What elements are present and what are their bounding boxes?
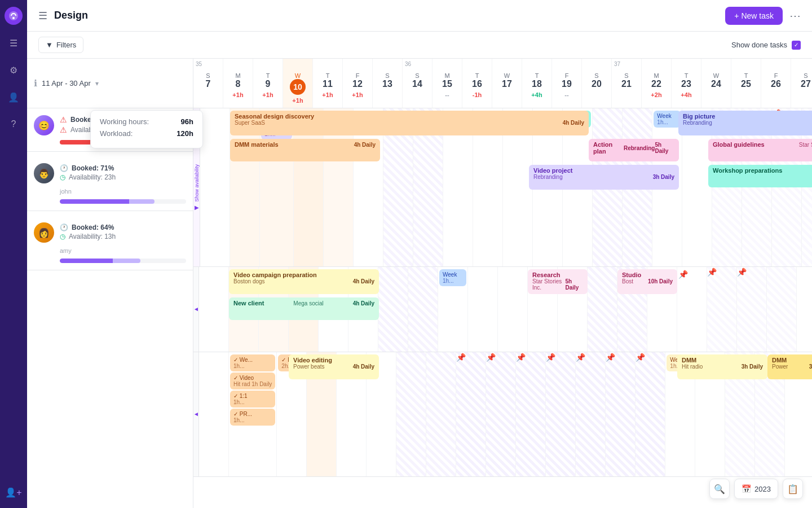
progress-john [60,199,186,204]
day-col-w10: W 10 +1h [283,59,313,108]
day-col-f26: F 26 [761,59,791,108]
filter-button[interactable]: ▼ Filters [38,37,83,53]
amy-dmm-hit[interactable]: DMM Hit radio 3h Daily [677,354,767,379]
nav-sidebar: ☰ ⚙ 👤 ? 👤+ [0,0,27,508]
week-num-37: 37 [614,61,620,67]
john-video-campaign[interactable]: Video campaign preparation Boston dogs 4… [229,269,379,294]
zoom-icon-btn[interactable]: 🔍 [709,479,730,499]
availability-amy: Availability: 13h [69,233,116,240]
show-done-checkbox[interactable]: ✓ [792,41,801,50]
progress-amy [60,259,186,263]
amy-cell-t16: 📌 [486,352,516,476]
show-done-tasks[interactable]: Show done tasks ✓ [731,41,801,50]
show-done-label: Show done tasks [731,41,787,49]
john-week-m15[interactable]: Week 1h... [439,269,466,286]
header-menu-icon[interactable]: ☰ [38,10,47,22]
amy-we-m8[interactable]: ✓ We... 1h... [230,354,275,371]
booked-clock-icon-amy: 🕐 [60,224,68,231]
amy-dmm-power[interactable]: DMM Power 3h Daily [767,354,812,379]
day-col-w24: W 24 [701,59,731,108]
amy-we2-m8[interactable]: ✓ Video Hit rad 1h Daily [230,373,275,389]
avatar-john: 👨 [34,163,54,183]
task-big-picture[interactable]: Big picture Rebranding [678,111,812,135]
day-col-t11: T 11 +1h [313,59,343,108]
date-chevron-icon[interactable]: ▾ [95,80,99,87]
avatar-amy: 👩 [34,222,54,243]
seasonal-sub: Super SaaS [235,120,265,126]
amy-cell-s7 [199,352,229,476]
john-cell-s14 [408,267,438,352]
booked-error-icon-jane: ⚠ [60,115,67,124]
bottom-bar: 🔍 📅 2023 📋 [709,479,803,499]
day-col-t23: T 23 +4h [672,59,701,108]
john-cell-t16 [468,267,498,352]
john-cell-t25: 📌 [737,267,767,352]
day-col-t9: T 9 +1h [253,59,283,108]
task-global-guidelines[interactable]: Global guidelines Star Stories Inc. [708,139,812,161]
task-video-project[interactable]: Video project Rebranding 3h Daily [529,165,679,190]
avail-icon-amy: ◷ [60,233,65,240]
app-logo[interactable] [5,7,23,25]
add-user-icon[interactable]: 👤+ [5,483,23,501]
show-availability-btn-amy[interactable]: ▶ [193,352,199,476]
john-name: john [60,188,186,195]
booked-clock-icon-john: 🕐 [60,164,68,172]
amy-cell-s21: 📌 [636,352,665,476]
help-icon[interactable]: ? [5,115,23,133]
calendar-area: ℹ 11 Apr - 30 Apr ▾ 😊 ⚠ Booked: 125% [27,59,812,508]
week-num-36: 36 [405,61,411,67]
date-range[interactable]: 11 Apr - 30 Apr [42,79,91,87]
day-col-s13: S 13 [373,59,403,108]
john-grid-row: ▶ ✓ Pla... 7h... [193,267,812,352]
day-col-t18: T 18 +4h [522,59,552,108]
amy-pr-m8[interactable]: ✓ PR... 1h... [230,409,275,426]
person-row-john: 👨 🕐 Booked: 71% ◷ Availability: 23h [27,156,193,211]
more-options-icon[interactable]: ⋯ [789,9,801,23]
year-btn[interactable]: 📅 2023 [734,479,778,499]
tooltip-workload: Working hours: 96h Workload: 120h [90,110,193,148]
amy-cell-s20: 📌 [606,352,636,476]
day-col-m15: M 15 -- [433,59,462,108]
today-circle: 10 [290,79,306,95]
list-icon-btn[interactable]: 📋 [783,479,803,499]
availability-john: Availability: 23h [69,173,116,181]
page-title: Design [54,10,718,21]
seasonal-label: Seasonal design discovery [235,113,584,120]
booked-amy: Booked: 64% [72,224,114,231]
day-col-f19: F 19 -- [552,59,582,108]
amy-cell-t18: 📌 [546,352,576,476]
tooltip-wh-label: Working hours: [100,117,149,126]
john-studio[interactable]: Studio Bost 10h Daily [617,269,677,294]
jane-grid-row: Show availability ▶ ✓ Pla... 7h... [193,108,812,267]
day-col-w17: W 17 [492,59,522,108]
nav-bottom: 👤+ [5,483,23,501]
amy-video-editing[interactable]: Video editing Power beats 4h Daily [289,354,379,379]
avatar-jane: 😊 [34,115,54,135]
john-new-client[interactable]: New client Mega social 4h Daily [229,297,379,320]
task-workshop[interactable]: Workshop preparations Hiring [708,165,812,187]
task-dmm[interactable]: DMM materials 4h Daily [230,139,380,161]
task-seasonal[interactable]: Seasonal design discovery Super SaaS 4h … [230,111,589,135]
seasonal-time: 4h Daily [563,120,584,126]
john-cell-f26 [767,267,797,352]
new-task-button[interactable]: + New task [725,7,783,25]
amy-11-m8[interactable]: ✓ 1:1 1h... [230,391,275,408]
john-research[interactable]: Research Star Stories Inc. 5h Daily [528,269,588,294]
show-availability-btn-john[interactable]: ▶ [193,267,199,352]
people-panel: ℹ 11 Apr - 30 Apr ▾ 😊 ⚠ Booked: 125% [27,59,193,508]
task-week-m22[interactable]: Week 1h... [654,111,681,128]
dmm-time: 4h Daily [354,142,376,148]
tooltip-wh-value: 96h [181,117,193,126]
dmm-label: DMM materials [235,141,279,148]
menu-icon[interactable]: ☰ [5,34,23,52]
jane-cell-s7 [200,108,230,266]
day-col-s7: 35 S 7 [193,59,223,108]
users-icon[interactable]: 👤 [5,88,23,106]
task-action-plan[interactable]: Action plan Rebranding 5h Daily [589,139,679,161]
amy-name: amy [60,247,186,254]
filter-label: Filters [56,41,76,49]
john-cell-w17 [498,267,528,352]
settings-icon[interactable]: ⚙ [5,61,23,79]
week-num-35: 35 [196,61,202,67]
info-icon[interactable]: ℹ [34,78,37,89]
